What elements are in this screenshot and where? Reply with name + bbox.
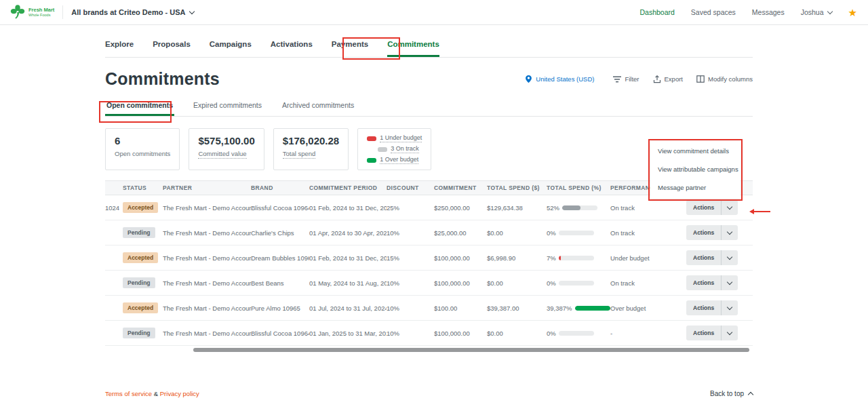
performance-cell: On track xyxy=(610,195,686,220)
export-label: Export xyxy=(665,75,683,83)
row-id xyxy=(105,220,123,245)
spend-pct-cell: 0% xyxy=(547,220,610,245)
actions-button-label[interactable]: Actions xyxy=(686,330,721,336)
actions-dropdown[interactable] xyxy=(722,282,738,284)
actions-dropdown[interactable] xyxy=(722,207,738,209)
topnav-dashboard[interactable]: Dashboard xyxy=(639,8,674,16)
topnav-saved-spaces[interactable]: Saved spaces xyxy=(691,8,736,16)
spend-pct-value: 39,387% xyxy=(547,304,572,312)
col-status[interactable]: STATUS xyxy=(123,181,163,195)
main-tab-activations[interactable]: Activations xyxy=(271,40,313,57)
spend-pct-cell: 39,387% xyxy=(547,296,610,321)
actions-button-label[interactable]: Actions xyxy=(686,204,721,211)
actions-dropdown[interactable] xyxy=(722,307,738,309)
commitment-cell: $25,000.00 xyxy=(434,220,487,245)
main-tab-payments[interactable]: Payments xyxy=(332,40,368,57)
col-discount[interactable]: DISCOUNT xyxy=(387,181,434,195)
spend-pct-value: 7% xyxy=(547,254,556,262)
col-commitment[interactable]: COMMITMENT xyxy=(434,181,487,195)
over-budget-label: 1 Over budget xyxy=(380,156,418,164)
tab-open-commitments[interactable]: Open commitments xyxy=(105,94,174,116)
clover-logo-icon xyxy=(9,4,26,20)
modify-columns-button[interactable]: Modify columns xyxy=(696,75,753,83)
freshmart-logo[interactable]: Fresh Mart Whole Foods xyxy=(9,4,54,20)
actions-button[interactable]: Actions xyxy=(686,200,738,215)
page-toolbar: United States (USD) Filter xyxy=(525,75,753,83)
spend-pct-value: 0% xyxy=(547,279,556,287)
actions-button[interactable]: Actions xyxy=(686,275,738,290)
row-id xyxy=(105,296,123,321)
discount-cell: 15% xyxy=(387,245,434,271)
under-budget-label: 1 Under budget xyxy=(380,134,422,142)
col-total-spend-pct[interactable]: TOTAL SPEND (%) xyxy=(547,181,610,195)
user-menu[interactable]: Joshua xyxy=(801,8,832,16)
partner-cell: The Fresh Mart - Demo Account xyxy=(163,195,251,220)
actions-button-label[interactable]: Actions xyxy=(686,229,721,236)
col-brand[interactable]: BRAND xyxy=(251,181,309,195)
main-tab-proposals[interactable]: Proposals xyxy=(153,40,191,57)
spend-progress-bar xyxy=(562,205,597,210)
actions-button[interactable]: Actions xyxy=(686,250,738,265)
chevron-down-icon xyxy=(727,203,732,209)
performance-cell: Over budget xyxy=(610,296,686,321)
main-tab-campaigns[interactable]: Campaigns xyxy=(210,40,252,57)
main-tab-commitments[interactable]: Commitments xyxy=(387,40,439,57)
horizontal-scrollbar[interactable] xyxy=(193,348,749,352)
tab-archived-commitments[interactable]: Archived commitments xyxy=(281,94,355,116)
col-commitment-period[interactable]: COMMITMENT PERIOD xyxy=(309,181,387,195)
actions-dropdown[interactable] xyxy=(722,257,738,259)
back-to-top-button[interactable]: Back to top xyxy=(710,390,753,397)
period-cell: 01 Jul, 2024 to 31 Jul, 2024 xyxy=(309,296,387,321)
filter-lines-icon xyxy=(613,76,621,83)
topnav-messages[interactable]: Messages xyxy=(752,8,785,16)
actions-button[interactable]: Actions xyxy=(686,326,738,340)
spend-progress-bar xyxy=(559,331,594,336)
row-id: 1024 xyxy=(105,195,123,220)
brand-cell: Best Beans xyxy=(251,271,309,296)
on-track-swatch-icon xyxy=(378,147,387,152)
location-pin-icon xyxy=(525,75,532,83)
tab-expired-commitments[interactable]: Expired commitments xyxy=(192,94,263,116)
main-tab-explore[interactable]: Explore xyxy=(105,40,134,57)
spend-pct-cell: 0% xyxy=(547,321,610,346)
actions-button[interactable]: Actions xyxy=(686,225,738,240)
actions-button[interactable]: Actions xyxy=(686,300,738,315)
partner-cell: The Fresh Mart - Demo Account xyxy=(163,271,251,296)
actions-dropdown[interactable] xyxy=(722,332,738,334)
status-badge: Pending xyxy=(123,277,155,288)
menu-item-message-partner[interactable]: Message partner xyxy=(658,184,733,191)
back-to-top-label: Back to top xyxy=(710,390,744,397)
discount-cell: 10% xyxy=(387,220,434,245)
status-badge: Accepted xyxy=(123,202,158,213)
commitment-cell: $100.00 xyxy=(434,296,487,321)
actions-context-menu: View commitment details View attributabl… xyxy=(650,141,741,199)
actions-button-label[interactable]: Actions xyxy=(686,279,721,286)
legend-under-budget: 1 Under budget xyxy=(367,134,422,142)
actions-button-label[interactable]: Actions xyxy=(686,254,721,261)
filter-button[interactable]: Filter xyxy=(613,75,639,83)
spend-pct-cell: 7% xyxy=(547,245,610,271)
actions-dropdown[interactable] xyxy=(722,232,738,234)
col-partner[interactable]: PARTNER xyxy=(163,181,251,195)
privacy-policy-link[interactable]: Privacy policy xyxy=(160,390,199,397)
favorite-star-icon[interactable]: ★ xyxy=(848,7,857,18)
total-spend-cell: $0.00 xyxy=(487,220,547,245)
export-button[interactable]: Export xyxy=(653,75,683,83)
locale-selector[interactable]: United States (USD) xyxy=(525,75,594,83)
menu-item-view-attributable-campaigns[interactable]: View attributable campaigns xyxy=(658,165,733,173)
commitment-cell: $100,000.00 xyxy=(434,271,487,296)
partner-cell: The Fresh Mart - Demo Account xyxy=(163,220,251,245)
commitments-tabs: Open commitments Expired commitments Arc… xyxy=(105,94,753,117)
terms-of-service-link[interactable]: Terms of service xyxy=(105,390,152,397)
commitment-cell: $100,000.00 xyxy=(434,245,487,271)
page-title: Commitments xyxy=(105,69,220,89)
actions-button-label[interactable]: Actions xyxy=(686,304,721,311)
menu-item-view-commitment-details[interactable]: View commitment details xyxy=(658,147,733,155)
locale-label: United States (USD) xyxy=(536,75,594,83)
account-selector[interactable]: All brands at Criteo Demo - USA xyxy=(71,8,194,16)
col-total-spend-usd[interactable]: TOTAL SPEND ($) xyxy=(487,181,547,195)
topbar: Fresh Mart Whole Foods All brands at Cri… xyxy=(0,0,868,25)
total-spend-label: Total spend xyxy=(283,150,316,159)
total-spend-cell: $0.00 xyxy=(487,321,547,346)
spend-pct-cell: 0% xyxy=(547,271,610,296)
